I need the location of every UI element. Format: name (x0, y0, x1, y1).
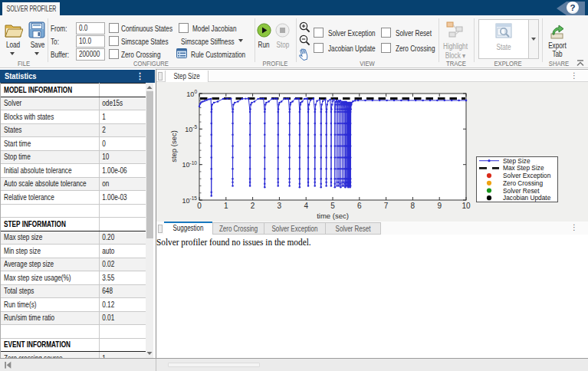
svg-text:Solver Exception: Solver Exception (503, 172, 551, 179)
svg-text:Zero Crossing: Zero Crossing (503, 179, 543, 187)
svg-text:0: 0 (197, 202, 202, 210)
svg-text:9: 9 (437, 202, 442, 210)
svg-text:1: 1 (224, 202, 228, 210)
svg-text:2: 2 (251, 202, 255, 210)
svg-text:Max Step Size: Max Step Size (503, 164, 544, 172)
svg-text:8: 8 (411, 202, 416, 210)
svg-text:4: 4 (304, 202, 308, 210)
svg-text:7: 7 (384, 202, 389, 210)
svg-text:6: 6 (357, 202, 362, 210)
svg-text:Jacobian Update: Jacobian Update (503, 194, 551, 202)
svg-text:time (sec): time (sec) (317, 212, 349, 220)
svg-text:5: 5 (330, 202, 335, 210)
svg-text:3: 3 (278, 202, 282, 210)
svg-text:Step Size: Step Size (503, 157, 531, 165)
svg-text:Solver Reset: Solver Reset (503, 187, 540, 195)
svg-text:step (sec): step (sec) (169, 130, 178, 163)
svg-text:10: 10 (462, 202, 471, 210)
